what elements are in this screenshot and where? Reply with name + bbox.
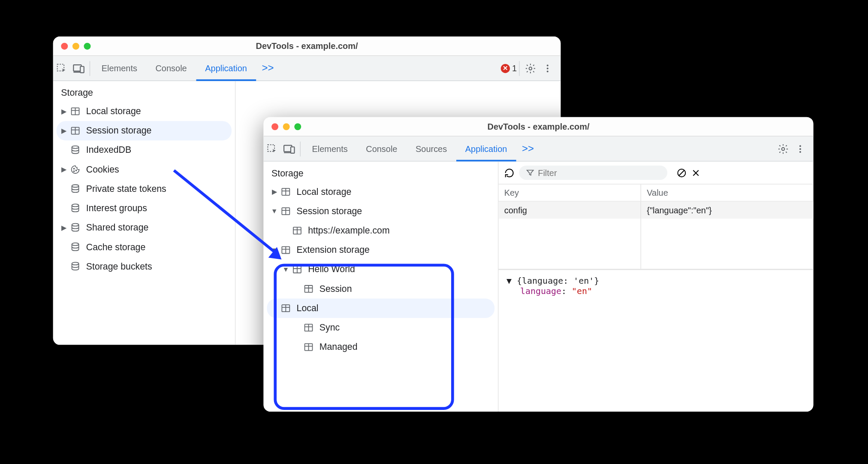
- tree-item-session[interactable]: ▶Session: [263, 279, 498, 298]
- titlebar: DevTools - example.com/: [53, 36, 561, 56]
- tree-expand-arrow-icon[interactable]: ▶: [270, 188, 278, 196]
- close-window-icon[interactable]: [271, 123, 278, 130]
- inspect-element-icon[interactable]: [53, 60, 70, 77]
- tree-item-indexeddb[interactable]: ▶IndexedDB: [53, 140, 235, 160]
- table-icon: [291, 263, 303, 276]
- tree-item-label: Shared storage: [86, 223, 149, 233]
- tree-item-session-storage[interactable]: ▶Session storage: [57, 121, 232, 140]
- tree-expand-arrow-icon[interactable]: ▼: [270, 207, 278, 215]
- separator: [90, 61, 90, 76]
- svg-line-59: [679, 170, 684, 175]
- tree-item-session-storage[interactable]: ▼Session storage: [263, 201, 498, 221]
- tab-label: Elements: [312, 144, 348, 154]
- tree-item-extension-storage[interactable]: ▼Extension storage: [263, 240, 498, 260]
- tree-item-cookies[interactable]: ▶Cookies: [53, 160, 235, 179]
- svg-point-15: [74, 168, 75, 169]
- tab-console[interactable]: Console: [357, 136, 407, 161]
- db-icon: [69, 144, 81, 156]
- table-empty-area: [498, 218, 813, 269]
- db-icon: [69, 221, 81, 234]
- kebab-menu-icon[interactable]: [792, 140, 809, 158]
- zoom-window-icon[interactable]: [84, 42, 91, 49]
- svg-point-4: [529, 67, 532, 70]
- svg-point-28: [799, 145, 801, 146]
- error-icon: ✕: [500, 64, 509, 73]
- tree-item-label: Session: [319, 284, 352, 294]
- more-tabs-icon[interactable]: >>: [516, 143, 540, 155]
- tab-elements[interactable]: Elements: [92, 56, 146, 81]
- tree-item-label: Cache storage: [86, 242, 145, 252]
- tab-application[interactable]: Application: [456, 136, 516, 161]
- tab-console[interactable]: Console: [146, 56, 196, 81]
- clear-all-icon[interactable]: [676, 167, 687, 178]
- table-cell-value: {"language":"en"}: [641, 201, 814, 218]
- tree-item-cache-storage[interactable]: ▶Cache storage: [53, 237, 235, 257]
- db-icon: [69, 202, 81, 215]
- zoom-window-icon[interactable]: [294, 123, 301, 130]
- inspect-element-icon[interactable]: [263, 140, 280, 158]
- separator: [519, 61, 519, 76]
- window-title: DevTools - example.com/: [263, 121, 813, 131]
- table-icon: [302, 341, 315, 353]
- tree-item-shared-storage[interactable]: ▶Shared storage: [53, 218, 235, 237]
- storage-table: Key Value config {"language":"en"}: [498, 185, 813, 270]
- close-window-icon[interactable]: [61, 42, 68, 49]
- delete-icon[interactable]: [691, 168, 700, 177]
- storage-tree: ▶Local storage▼Session storage▶https://e…: [263, 182, 498, 357]
- storage-detail-toolbar: [498, 161, 813, 184]
- tree-item-hello-world[interactable]: ▼Hello World: [263, 260, 498, 279]
- column-header-key[interactable]: Key: [498, 185, 641, 201]
- tab-elements[interactable]: Elements: [303, 136, 357, 161]
- tree-item-label: Extension storage: [297, 245, 370, 255]
- tree-item-managed[interactable]: ▶Managed: [263, 337, 498, 357]
- sidebar-section-storage: Storage: [263, 161, 498, 182]
- device-toolbar-icon[interactable]: [70, 60, 87, 77]
- db-icon: [69, 183, 81, 195]
- tree-item-storage-buckets[interactable]: ▶Storage buckets: [53, 257, 235, 276]
- svg-point-21: [72, 243, 79, 246]
- tree-expand-arrow-icon[interactable]: ▶: [60, 224, 68, 232]
- tree-item-label: IndexedDB: [86, 145, 131, 155]
- kebab-menu-icon[interactable]: [539, 60, 556, 77]
- more-tabs-icon[interactable]: >>: [256, 62, 280, 74]
- devtools-window-after: DevTools - example.com/ Elements Console…: [263, 117, 813, 412]
- table-icon: [291, 224, 303, 237]
- tree-expand-arrow-icon[interactable]: ▶: [60, 127, 68, 135]
- filter-input-wrapper: [519, 166, 667, 180]
- tree-item-local[interactable]: ▶Local: [267, 299, 494, 318]
- db-icon: [69, 241, 81, 253]
- tree-item-label: Local: [297, 303, 319, 313]
- gear-icon[interactable]: [775, 140, 792, 158]
- tree-item-label: Session storage: [297, 206, 362, 216]
- tab-application[interactable]: Application: [196, 56, 256, 81]
- table-row[interactable]: config {"language":"en"}: [498, 201, 813, 218]
- tree-item-local-storage[interactable]: ▶Local storage: [263, 182, 498, 201]
- column-header-value[interactable]: Value: [641, 185, 814, 201]
- tree-item-label: Local storage: [297, 187, 352, 197]
- tree-item-https-example-com[interactable]: ▶https://example.com: [263, 221, 498, 240]
- gear-icon[interactable]: [522, 60, 539, 77]
- refresh-icon[interactable]: [504, 167, 515, 178]
- minimize-window-icon[interactable]: [283, 123, 290, 130]
- table-cell-key: config: [498, 201, 641, 218]
- tree-item-sync[interactable]: ▶Sync: [263, 318, 498, 337]
- application-sidebar: Storage ▶Local storage▶Session storage▶I…: [53, 81, 236, 345]
- tree-item-label: https://example.com: [308, 225, 389, 236]
- inspector-summary-line[interactable]: ▼ {language: 'en'}: [506, 276, 805, 286]
- tree-item-local-storage[interactable]: ▶Local storage: [53, 102, 235, 121]
- tree-expand-arrow-icon[interactable]: ▶: [60, 107, 68, 115]
- window-controls: [53, 42, 91, 49]
- svg-point-19: [72, 204, 79, 206]
- minimize-window-icon[interactable]: [72, 42, 79, 49]
- svg-point-20: [72, 224, 79, 226]
- filter-input[interactable]: [538, 168, 660, 178]
- tab-sources[interactable]: Sources: [407, 136, 456, 161]
- device-toolbar-icon[interactable]: [280, 140, 298, 158]
- tree-expand-arrow-icon[interactable]: ▼: [282, 265, 290, 273]
- svg-rect-26: [291, 147, 295, 153]
- tree-expand-arrow-icon[interactable]: ▶: [60, 166, 68, 174]
- error-count-badge[interactable]: ✕ 1: [500, 64, 517, 73]
- tree-item-interest-groups[interactable]: ▶Interest groups: [53, 199, 235, 218]
- table-icon: [302, 321, 315, 334]
- inspector-summary: {language: 'en'}: [517, 276, 599, 286]
